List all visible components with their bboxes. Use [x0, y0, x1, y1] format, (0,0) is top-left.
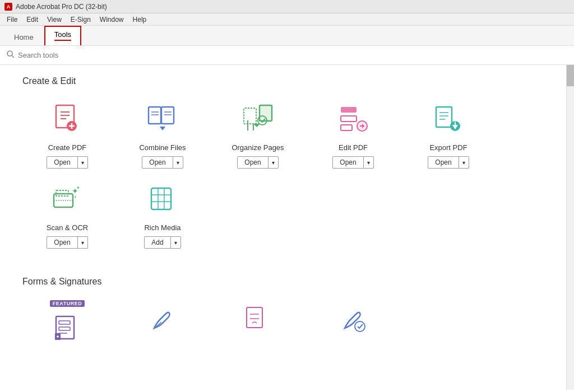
btn-open-edit-pdf[interactable]: Open [333, 157, 363, 168]
svg-rect-23 [341, 125, 352, 130]
tool-label-create-pdf: Create PDF [48, 143, 87, 152]
tool-label-combine-files: Combine Files [139, 143, 186, 152]
search-icon [7, 50, 15, 60]
tab-bar: Home Tools [0, 26, 574, 46]
svg-marker-16 [160, 127, 165, 130]
btn-dropdown-organize-pages[interactable]: ▾ [269, 158, 278, 167]
svg-text:✦: ✦ [76, 185, 80, 190]
svg-line-1 [12, 55, 14, 58]
menu-bar: File Edit View E-Sign Window Help [0, 13, 574, 26]
tools-grid-forms-signatures: FEATURED [22, 300, 544, 364]
tool-label-export-pdf: Export PDF [429, 143, 467, 152]
svg-rect-40 [151, 188, 171, 209]
btn-group-organize-pages: Open ▾ [237, 156, 278, 169]
btn-group-rich-media: Add ▾ [144, 236, 180, 249]
svg-rect-47 [59, 327, 70, 330]
tool-label-rich-media: Rich Media [144, 223, 180, 232]
tool-icon-scan-ocr[interactable]: ✦ ✦ ✦ [48, 180, 87, 219]
tools-grid-create-edit: Create PDF Open ▾ [22, 100, 544, 260]
btn-group-create-pdf: Open ▾ [47, 156, 87, 169]
svg-rect-12 [161, 107, 174, 124]
btn-add-rich-media[interactable]: Add [145, 237, 170, 248]
tool-icon-combine-files[interactable] [143, 100, 182, 139]
tool-scan-ocr: ✦ ✦ ✦ Scan & OCR Open ▾ [22, 180, 112, 249]
tool-export-pdf: Export PDF Open ▾ [404, 100, 493, 169]
menu-window[interactable]: Window [95, 15, 128, 25]
section-title-forms-signatures: Forms & Signatures [22, 277, 544, 287]
menu-file[interactable]: File [2, 15, 22, 25]
menu-help[interactable]: Help [128, 15, 151, 25]
search-input[interactable] [18, 51, 186, 59]
svg-rect-9 [149, 107, 161, 124]
tool-request-signatures [213, 300, 303, 353]
svg-rect-22 [341, 116, 357, 122]
btn-dropdown-export-pdf[interactable]: ▾ [459, 158, 469, 167]
menu-view[interactable]: View [43, 15, 66, 25]
search-bar [0, 46, 574, 65]
btn-open-combine-files[interactable]: Open [142, 157, 173, 168]
tool-label-scan-ocr: Scan & OCR [47, 223, 88, 232]
tool-icon-organize-pages[interactable] [238, 100, 277, 139]
svg-rect-52 [247, 307, 262, 328]
tool-organize-pages: Organize Pages Open ▾ [213, 100, 303, 169]
tool-combine-files: Combine Files Open ▾ [118, 100, 207, 169]
menu-esign[interactable]: E-Sign [66, 15, 95, 25]
tab-tools[interactable]: Tools [44, 26, 81, 45]
btn-group-edit-pdf: Open ▾ [332, 156, 373, 169]
tool-icon-fill-sign[interactable] [143, 300, 182, 339]
tool-icon-create-pdf[interactable] [48, 100, 87, 139]
svg-rect-18 [260, 105, 272, 121]
tool-icon-certificates[interactable] [334, 300, 373, 339]
svg-text:✦: ✦ [74, 195, 77, 199]
svg-rect-21 [341, 107, 357, 113]
svg-point-0 [7, 51, 12, 56]
section-create-edit: Create & Edit [22, 76, 544, 260]
btn-open-export-pdf[interactable]: Open [428, 157, 459, 168]
btn-dropdown-scan-ocr[interactable]: ▾ [78, 238, 87, 248]
app-title: Adobe Acrobat Pro DC (32-bit) [16, 3, 107, 11]
btn-group-scan-ocr: Open ▾ [47, 236, 87, 249]
btn-group-export-pdf: Open ▾ [428, 156, 469, 169]
tool-rich-media: Rich Media Add ▾ [118, 180, 207, 249]
tool-icon-request-signatures[interactable] [238, 300, 277, 339]
tool-label-edit-pdf: Edit PDF [339, 143, 368, 152]
title-bar: A Adobe Acrobat Pro DC (32-bit) [0, 0, 574, 13]
featured-badge: FEATURED [50, 300, 85, 307]
btn-group-combine-files: Open ▾ [142, 156, 183, 169]
scrollbar[interactable] [566, 65, 574, 390]
btn-dropdown-edit-pdf[interactable]: ▾ [364, 158, 373, 167]
tool-prepare-form: FEATURED [22, 300, 112, 353]
tool-icon-rich-media[interactable] [143, 180, 182, 219]
svg-rect-46 [59, 321, 70, 324]
scroll-thumb[interactable] [567, 65, 574, 86]
btn-dropdown-rich-media[interactable]: ▾ [171, 238, 180, 248]
section-title-create-edit: Create & Edit [22, 76, 544, 86]
btn-dropdown-create-pdf[interactable]: ▾ [78, 158, 87, 167]
svg-point-55 [355, 321, 365, 332]
tool-certificates [308, 300, 398, 353]
tool-icon-edit-pdf[interactable] [334, 100, 373, 139]
btn-open-create-pdf[interactable]: Open [47, 157, 77, 168]
tab-home[interactable]: Home [4, 29, 43, 45]
section-forms-signatures: Forms & Signatures FEATURED [22, 277, 544, 364]
main-content: Create & Edit [0, 65, 566, 390]
btn-open-scan-ocr[interactable]: Open [47, 237, 77, 248]
btn-dropdown-combine-files[interactable]: ▾ [173, 158, 183, 167]
tool-icon-prepare-form[interactable] [48, 309, 87, 348]
tool-create-pdf: Create PDF Open ▾ [22, 100, 112, 169]
tool-edit-pdf: Edit PDF Open ▾ [308, 100, 398, 169]
btn-open-organize-pages[interactable]: Open [238, 157, 268, 168]
app-icon: A [4, 3, 12, 11]
svg-rect-17 [244, 108, 256, 124]
svg-rect-27 [436, 107, 452, 127]
menu-edit[interactable]: Edit [22, 15, 43, 25]
tool-icon-export-pdf[interactable] [429, 100, 468, 139]
tool-label-organize-pages: Organize Pages [232, 143, 284, 152]
tool-fill-sign [118, 300, 207, 353]
